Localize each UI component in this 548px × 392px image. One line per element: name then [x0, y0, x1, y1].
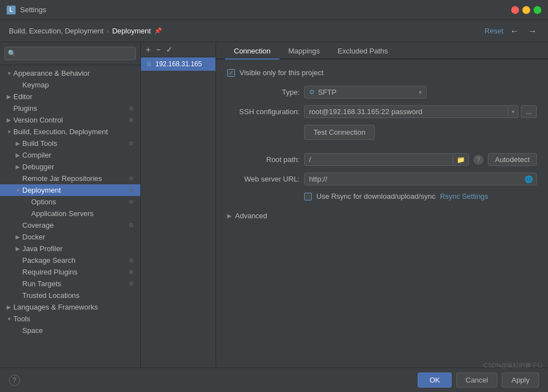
ssh-ellipsis-button[interactable]: ...	[521, 105, 537, 118]
confirm-server-button[interactable]: ✓	[164, 45, 174, 55]
sidebar-item-languages[interactable]: ▶ Languages & Frameworks	[0, 301, 140, 313]
sidebar-item-editor[interactable]: ▶ Editor	[0, 91, 140, 102]
server-ip: 192.168.31.165	[155, 60, 202, 68]
window-controls	[511, 6, 541, 14]
sftp-icon: ⚙	[309, 89, 315, 96]
test-connection-button[interactable]: Test Connection	[304, 125, 375, 140]
root-path-help-button[interactable]: ?	[473, 155, 483, 165]
root-path-row: Root path: 📁 ? Autodetect	[227, 153, 537, 166]
title-bar: L Settings	[0, 0, 548, 20]
remove-server-button[interactable]: −	[154, 45, 162, 55]
ssh-value: root@192.168.31.165:22 password	[305, 106, 508, 117]
web-server-url-row: Web server URL: 🌐	[227, 173, 537, 185]
root-path-input[interactable]	[305, 154, 453, 165]
search-input[interactable]	[4, 47, 136, 60]
form-content: Visible only for this project Type: ⚙ SF…	[216, 60, 548, 367]
root-path-input-wrap: 📁	[304, 153, 469, 166]
ok-button[interactable]: OK	[418, 373, 452, 388]
nav-back-button[interactable]: ←	[508, 25, 521, 37]
sidebar-item-options[interactable]: Options ⚙	[0, 196, 140, 208]
search-icon: 🔍	[8, 50, 16, 57]
web-server-url-input[interactable]	[305, 173, 521, 185]
autodetect-button[interactable]: Autodetect	[488, 153, 537, 166]
apply-button[interactable]: Apply	[502, 373, 539, 388]
advanced-section[interactable]: ▶ Advanced	[227, 209, 537, 222]
tab-mappings[interactable]: Mappings	[280, 42, 329, 60]
server-icon: 🖥	[145, 60, 152, 68]
sidebar-item-trusted-locations[interactable]: Trusted Locations	[0, 290, 140, 301]
sidebar-item-build-tools[interactable]: ▶ Build Tools ⚙	[0, 138, 140, 149]
sidebar-item-build-execution[interactable]: ▾ Build, Execution, Deployment	[0, 126, 140, 138]
sidebar-item-label: Docker	[22, 233, 136, 241]
sidebar-item-label: Keymap	[22, 81, 136, 89]
gear-icon: ⚙	[129, 117, 136, 123]
rsync-checkbox-label: Use Rsync for download/upload/sync	[316, 192, 436, 200]
settings-dialog: Build, Execution, Deployment › Deploymen…	[0, 20, 548, 392]
cancel-button[interactable]: Cancel	[456, 373, 497, 388]
breadcrumb-separator: ›	[107, 28, 109, 35]
dialog-header: Build, Execution, Deployment › Deploymen…	[0, 20, 548, 42]
sidebar-item-debugger[interactable]: ▶ Debugger	[0, 161, 140, 173]
help-button[interactable]: ?	[9, 375, 20, 386]
sidebar-item-label: Trusted Locations	[22, 291, 136, 300]
nav-forward-button[interactable]: →	[526, 25, 539, 37]
expand-arrow: ▶	[13, 140, 22, 146]
expand-arrow: ▶	[4, 304, 13, 310]
sidebar-item-docker[interactable]: ▶ Docker	[0, 231, 140, 243]
sidebar-item-label: Package Search	[22, 256, 129, 264]
expand-arrow: ▶	[13, 152, 22, 158]
sidebar-item-label: Build, Execution, Deployment	[13, 128, 136, 136]
sidebar-item-package-search[interactable]: Package Search ⚙	[0, 254, 140, 266]
sidebar-item-java-profiler[interactable]: ▶ Java Profiler	[0, 243, 140, 254]
sidebar-item-label: Version Control	[13, 116, 129, 124]
sidebar-item-keymap[interactable]: Keymap	[0, 79, 140, 91]
header-actions: Reset ← →	[485, 25, 539, 37]
sidebar-item-space[interactable]: Space	[0, 325, 140, 336]
sidebar-item-label: Deployment	[22, 186, 129, 194]
reset-button[interactable]: Reset	[485, 27, 503, 35]
sidebar-item-label: Compiler	[22, 151, 136, 159]
tabs-bar: Connection Mappings Excluded Paths	[216, 42, 548, 60]
globe-icon: 🌐	[521, 174, 536, 185]
sidebar-item-label: Options	[31, 198, 129, 206]
type-label: Type:	[227, 88, 300, 96]
maximize-button[interactable]	[534, 6, 541, 14]
sidebar-item-tools[interactable]: ▾ Tools	[0, 313, 140, 325]
expand-arrow: ▾	[4, 129, 13, 135]
gear-icon: ⚙	[129, 105, 136, 111]
type-value: SFTP	[318, 88, 415, 96]
visible-checkbox[interactable]	[227, 69, 235, 77]
sidebar-item-label: Tools	[13, 315, 136, 323]
sidebar-item-label: Debugger	[22, 163, 136, 171]
breadcrumb: Build, Execution, Deployment › Deploymen…	[9, 27, 485, 35]
sidebar-item-run-targets[interactable]: Run Targets ⚙	[0, 278, 140, 290]
sidebar-item-remote-jar[interactable]: Remote Jar Repositories ⚙	[0, 173, 140, 184]
sidebar-item-required-plugins[interactable]: Required Plugins ⚙	[0, 266, 140, 278]
sidebar-item-version-control[interactable]: ▶ Version Control ⚙	[0, 114, 140, 126]
rsync-settings-link[interactable]: Rsync Settings	[440, 192, 488, 200]
sidebar-item-plugins[interactable]: Plugins ⚙	[0, 102, 140, 114]
sidebar-item-application-servers[interactable]: Application Servers	[0, 208, 140, 219]
server-entry[interactable]: 🖥 192.168.31.165	[141, 57, 216, 71]
sidebar-item-compiler[interactable]: ▶ Compiler	[0, 149, 140, 161]
advanced-label: Advanced	[235, 212, 267, 220]
expand-arrow: ▾	[13, 187, 22, 193]
root-path-folder-button[interactable]: 📁	[453, 154, 468, 165]
rsync-checkbox[interactable]	[304, 193, 312, 200]
sidebar-item-deployment[interactable]: ▾ Deployment ⚙	[0, 184, 140, 196]
type-select[interactable]: ⚙ SFTP ▾	[304, 86, 427, 99]
right-panel: + − ✓ 🖥 192.168.31.165 Connection	[141, 42, 548, 367]
tab-connection[interactable]: Connection	[225, 42, 280, 60]
sidebar-item-coverage[interactable]: Coverage ⚙	[0, 219, 140, 231]
close-button[interactable]	[511, 6, 519, 14]
add-server-button[interactable]: +	[144, 45, 152, 55]
sidebar-item-label: Appearance & Behavior	[13, 69, 136, 77]
ssh-combo[interactable]: root@192.168.31.165:22 password ▾	[304, 105, 518, 118]
tab-excluded-paths[interactable]: Excluded Paths	[329, 42, 397, 60]
gear-icon: ⚙	[129, 140, 136, 146]
breadcrumb-parent: Build, Execution, Deployment	[9, 27, 104, 35]
pin-icon[interactable]: 📌	[154, 27, 162, 35]
minimize-button[interactable]	[522, 6, 530, 14]
ssh-dropdown-arrow[interactable]: ▾	[508, 107, 518, 116]
sidebar-item-appearance[interactable]: ▾ Appearance & Behavior	[0, 67, 140, 79]
